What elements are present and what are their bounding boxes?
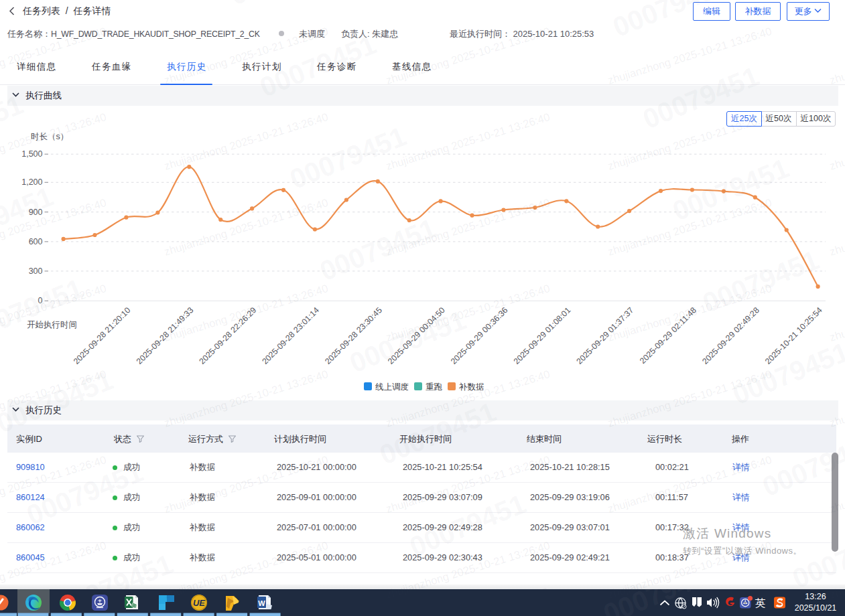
svg-text:1,500: 1,500 [21,149,42,159]
svg-text:2025-09-29 02:49:28: 2025-09-29 02:49:28 [700,305,761,366]
svg-text:00079451: 00079451 [599,589,724,616]
svg-text:0: 0 [38,296,43,305]
svg-text:2025-09-29 00:36:36: 2025-09-29 00:36:36 [449,305,510,366]
svg-text:2025-09-29 02:11:48: 2025-09-29 02:11:48 [638,305,698,366]
svg-text:900: 900 [29,208,43,217]
svg-text:UE: UE [193,598,205,608]
svg-text:2025-09-29 00:04:50: 2025-09-29 00:04:50 [386,305,447,366]
svg-text:英: 英 [755,597,766,609]
svg-text:2025-09-28 22:26:29: 2025-09-28 22:26:29 [198,305,259,366]
svg-text:2025-09-28 23:30:45: 2025-09-28 23:30:45 [323,305,384,366]
svg-text:W: W [258,599,265,607]
svg-text:2025-10-21 10:25:54: 2025-10-21 10:25:54 [763,305,824,366]
svg-text:600: 600 [29,237,43,246]
svg-text:2025-09-28 21:49:33: 2025-09-28 21:49:33 [135,305,196,366]
svg-text:1,200: 1,200 [21,177,42,187]
svg-text:300: 300 [29,266,43,276]
svg-text:2025-09-28 23:01:14: 2025-09-28 23:01:14 [260,305,321,366]
svg-text:2025-09-29 01:37:37: 2025-09-29 01:37:37 [575,305,636,366]
svg-text:2025-09-28 21:20:10: 2025-09-28 21:20:10 [72,305,133,366]
svg-text:时长（s）: 时长（s） [31,132,68,141]
svg-text:开始执行时间: 开始执行时间 [27,320,77,329]
svg-text:2025-09-29 01:08:01: 2025-09-29 01:08:01 [512,305,573,366]
